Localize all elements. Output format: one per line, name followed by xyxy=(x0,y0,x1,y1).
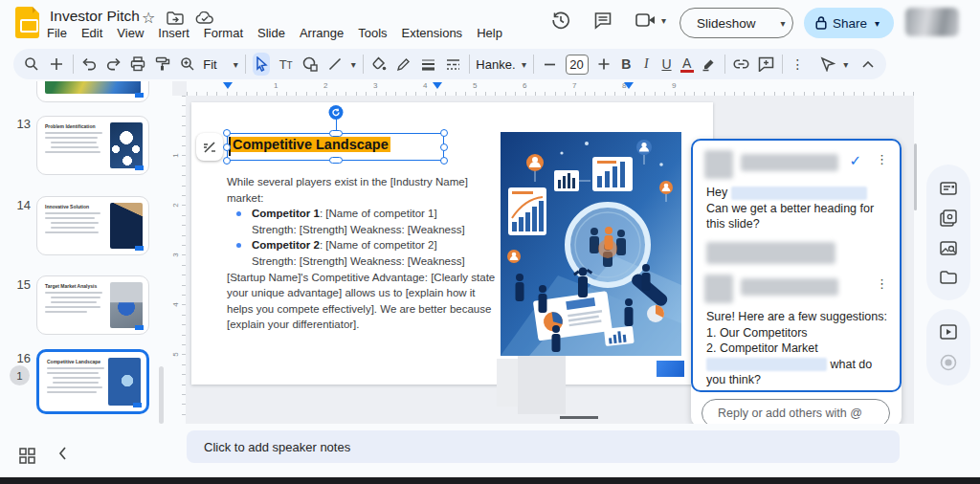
slideshow-caret-icon[interactable]: ▾ xyxy=(769,18,797,29)
ruler-indent-marker[interactable] xyxy=(223,82,233,89)
decrease-font-size-button[interactable] xyxy=(541,53,559,76)
share-caret-icon[interactable]: ▾ xyxy=(875,18,880,29)
rotate-handle[interactable] xyxy=(328,105,343,120)
slides-logo-icon[interactable] xyxy=(15,7,39,38)
increase-font-size-button[interactable] xyxy=(595,53,613,76)
keep-notes-panel-icon[interactable] xyxy=(940,209,957,227)
redo-button[interactable] xyxy=(104,53,122,76)
meet-camera-icon[interactable]: ▾ xyxy=(635,12,666,28)
menu-edit[interactable]: Edit xyxy=(81,26,102,40)
new-slide-button[interactable] xyxy=(48,53,66,76)
resize-handle-se[interactable] xyxy=(440,157,448,165)
account-avatar[interactable] xyxy=(905,8,959,36)
slide-thumbnail-15[interactable]: Target Market Analysis xyxy=(36,275,149,335)
menu-arrange[interactable]: Arrange xyxy=(300,26,344,40)
notes-resize-handle[interactable] xyxy=(560,416,598,419)
resize-handle-ne[interactable] xyxy=(440,129,448,137)
text-box-tool-button[interactable]: TT xyxy=(277,53,295,76)
pen-pointer-caret-icon[interactable]: ▾ xyxy=(843,59,848,70)
menu-insert[interactable]: Insert xyxy=(158,26,189,40)
line-tool-button[interactable] xyxy=(326,53,345,76)
text-color-button[interactable]: A xyxy=(680,56,694,73)
menu-view[interactable]: View xyxy=(117,26,144,40)
bullet-dot xyxy=(236,243,241,248)
add-comment-icon[interactable] xyxy=(757,53,775,76)
speaker-notes-input[interactable]: Click to add speaker notes xyxy=(187,430,900,463)
underline-button[interactable]: U xyxy=(659,56,673,72)
menu-tools[interactable]: Tools xyxy=(358,26,387,40)
font-family-select[interactable]: Hanke... xyxy=(476,57,515,72)
record-panel-icon[interactable] xyxy=(940,354,957,371)
camera-caret-icon[interactable]: ▾ xyxy=(661,15,666,26)
menu-extensions[interactable]: Extensions xyxy=(402,26,463,40)
scribble-anchor-icon[interactable] xyxy=(196,133,223,161)
share-button[interactable]: Share ▾ xyxy=(804,8,894,38)
comment2-more-icon[interactable]: ⋮ xyxy=(876,276,888,291)
italic-button[interactable]: I xyxy=(639,56,653,72)
ruler-number: 2 xyxy=(171,203,180,207)
collapse-filmstrip-icon[interactable] xyxy=(57,446,67,461)
slide-body-text[interactable]: While several players exist in the [Indu… xyxy=(227,174,497,333)
highlight-color-icon[interactable] xyxy=(701,53,719,76)
video-panel-icon[interactable] xyxy=(940,324,957,340)
grid-view-icon[interactable] xyxy=(19,448,35,464)
print-button[interactable] xyxy=(129,53,147,76)
slide-thumbnail-13[interactable]: Problem Identification xyxy=(36,116,149,175)
resize-handle-sw[interactable] xyxy=(223,157,231,165)
line-tool-caret-icon[interactable]: ▾ xyxy=(351,59,356,70)
menu-file[interactable]: File xyxy=(47,26,67,40)
slide-illustration[interactable] xyxy=(501,132,681,356)
cloud-saved-icon[interactable] xyxy=(195,11,214,25)
title-text-box[interactable]: Competitive Landscape xyxy=(227,133,444,161)
menu-help[interactable]: Help xyxy=(477,26,502,40)
comment2-body: Sure! Here are a few suggestions: 1. Our… xyxy=(706,309,894,388)
drive-folder-panel-icon[interactable] xyxy=(940,271,957,284)
slide-thumbnail-14[interactable]: Innovative Solution xyxy=(36,196,149,255)
version-history-icon[interactable] xyxy=(551,11,570,30)
slide-thumbnail-16-selected[interactable]: Competitive Landscape xyxy=(36,349,149,414)
border-weight-icon[interactable] xyxy=(419,53,437,76)
more-options-icon[interactable]: ⋮ xyxy=(790,56,807,72)
undo-button[interactable] xyxy=(79,53,98,76)
move-folder-icon[interactable] xyxy=(167,11,184,25)
slide-comment-badge[interactable]: 1 xyxy=(10,365,30,385)
bold-button[interactable]: B xyxy=(619,56,633,72)
resize-handle-s[interactable] xyxy=(329,157,343,164)
shape-tool-button[interactable] xyxy=(301,53,320,76)
border-color-icon[interactable] xyxy=(394,53,412,76)
menu-format[interactable]: Format xyxy=(204,26,243,40)
slide-title-text[interactable]: Competitive Landscape xyxy=(231,137,390,152)
star-icon[interactable]: ☆ xyxy=(142,9,155,27)
zoom-select[interactable]: Fit xyxy=(203,57,216,72)
border-dash-icon[interactable] xyxy=(444,53,462,76)
zoom-icon[interactable] xyxy=(178,53,196,76)
canvas-scrollbar[interactable] xyxy=(914,143,917,210)
pen-pointer-icon[interactable] xyxy=(819,53,837,76)
slide-thumbnail-12[interactable] xyxy=(36,81,149,102)
font-size-input[interactable]: 20 xyxy=(566,55,589,75)
fill-color-icon[interactable] xyxy=(369,53,388,76)
paint-format-icon[interactable] xyxy=(154,53,172,76)
slideshow-button[interactable]: Slideshow ▾ xyxy=(679,8,793,38)
ruler-indent-marker[interactable] xyxy=(624,82,634,89)
comment1-more-icon[interactable]: ⋮ xyxy=(876,152,888,166)
resize-handle-n[interactable] xyxy=(329,130,343,137)
ruler-indent-marker[interactable] xyxy=(433,82,442,89)
document-title[interactable]: Investor Pitch xyxy=(50,8,140,25)
search-menus-icon[interactable] xyxy=(23,53,41,76)
calendar-panel-icon[interactable] xyxy=(940,182,957,195)
hide-menus-icon[interactable] xyxy=(858,53,877,76)
open-comments-icon[interactable] xyxy=(593,11,612,30)
font-caret-icon[interactable]: ▾ xyxy=(522,59,526,70)
select-tool-button[interactable] xyxy=(253,53,271,76)
image-search-panel-icon[interactable] xyxy=(940,241,957,256)
resize-handle-e[interactable] xyxy=(440,143,448,151)
resolve-comment-icon[interactable]: ✓ xyxy=(849,152,861,169)
resize-handle-w[interactable] xyxy=(223,143,231,151)
insert-link-icon[interactable] xyxy=(732,53,750,76)
resize-handle-nw[interactable] xyxy=(223,129,231,137)
comment-thread-box[interactable]: ✓ ⋮ Hey Can we get a better heading for … xyxy=(691,139,902,392)
menu-slide[interactable]: Slide xyxy=(257,26,285,40)
filmstrip-scrollbar[interactable] xyxy=(159,366,164,424)
zoom-caret-icon[interactable]: ▾ xyxy=(234,59,238,70)
